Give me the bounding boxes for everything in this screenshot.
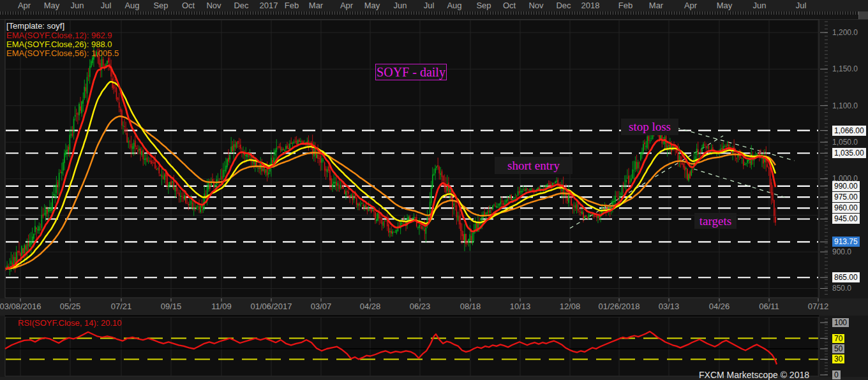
price-axis-label: 850.0 xyxy=(832,284,851,293)
date-axis-label: 05/25 xyxy=(60,302,81,311)
date-axis-label: 04/26 xyxy=(709,302,730,311)
price-axis-label: 900.0 xyxy=(832,247,851,256)
date-axis-label: 04/28 xyxy=(360,302,381,311)
month-label: Feb xyxy=(285,1,299,10)
month-label: Jun xyxy=(394,1,407,10)
price-level-tag: 1,066.00 xyxy=(832,126,866,136)
month-label: Mar xyxy=(309,1,323,10)
month-label: Aug xyxy=(447,1,461,10)
price-level-tag: 990.00 xyxy=(832,181,860,191)
timeline-months-bar[interactable]: AprMayJunJulAugSepOctNovDec2017FebMarApr… xyxy=(0,0,868,11)
month-label: Oct xyxy=(503,1,516,10)
watermark: FXCM Marketscope © 2018 xyxy=(699,370,809,380)
rsi-indicator-label: RSI(SOYF.Close, 14): 20.10 xyxy=(18,318,122,328)
month-label: Dec xyxy=(556,1,571,10)
month-label: May xyxy=(717,1,733,10)
date-axis-label: 06/23 xyxy=(410,302,431,311)
date-axis-label: 03/13 xyxy=(659,302,680,311)
month-label: Jul xyxy=(101,1,112,10)
ema-label: EMA(SOYF.Close,26): 988.0 xyxy=(6,40,112,49)
month-label: Sep xyxy=(476,1,491,10)
rsi-axis-tag: 50 xyxy=(832,344,844,353)
chart-title: SOYF - daily xyxy=(377,65,445,79)
price-level-tag: 945.00 xyxy=(832,214,860,224)
date-axis-label: 07/12 xyxy=(808,302,829,311)
month-label: Oct xyxy=(182,1,195,10)
date-axis-label: 09/15 xyxy=(161,302,182,311)
pane-backgrounds xyxy=(0,0,868,380)
rsi-axis-tag: 70 xyxy=(832,334,844,343)
annotation-targets[interactable]: targets xyxy=(694,213,737,229)
date-axis-label: 03/07 xyxy=(311,302,332,311)
ema-label: EMA(SOYF.Close,56): 1,005.5 xyxy=(6,48,119,58)
date-axis-label: 03/08/2016 xyxy=(0,302,41,311)
month-label: Nov xyxy=(528,1,543,10)
date-axis-label: 11/09 xyxy=(211,302,232,311)
month-label: 2017 xyxy=(260,1,278,10)
month-label: Jun xyxy=(71,1,84,10)
price-axis-label: 1,150.0 xyxy=(832,64,858,73)
price-axis-label: 1,100.0 xyxy=(832,101,858,110)
date-axis-label: 06/11 xyxy=(759,302,779,311)
month-label: Jul xyxy=(424,1,435,10)
month-label: 2018 xyxy=(581,1,600,10)
month-label: Nov xyxy=(206,1,221,10)
rsi-axis-tag: 100 xyxy=(832,318,849,327)
template-label: [Template: soyf] xyxy=(6,21,64,31)
month-label: Feb xyxy=(618,1,632,10)
date-axis-label: 01/26/2018 xyxy=(598,302,640,311)
date-axis-label: 01/06/2017 xyxy=(250,302,292,311)
month-label: Aug xyxy=(124,1,139,10)
rsi-axis-tag: 0 xyxy=(832,370,841,379)
date-axis-label: 07/21 xyxy=(111,302,132,311)
chart-window: AprMayJunJulAugSepOctNovDec2017FebMarApr… xyxy=(0,0,868,380)
scrollbar-cap[interactable] xyxy=(858,11,868,19)
chart-title-box[interactable]: SOYF - daily xyxy=(375,64,447,80)
month-label: Jun xyxy=(753,1,767,10)
chart-canvas[interactable] xyxy=(0,0,868,380)
month-label: May xyxy=(364,1,380,10)
date-axis-label: 08/18 xyxy=(460,302,481,311)
price-level-tag: 960.00 xyxy=(832,203,860,213)
timeline-ruler[interactable] xyxy=(0,11,868,19)
current-price-tag: 913.75 xyxy=(832,237,860,247)
month-label: Sep xyxy=(153,1,168,10)
month-label: Jul xyxy=(796,1,807,10)
annotation-stop-loss[interactable]: stop loss xyxy=(621,119,678,135)
price-level-tag: 1,035.00 xyxy=(832,148,866,158)
month-label: Apr xyxy=(684,1,697,10)
date-axis-label: 10/13 xyxy=(510,302,531,311)
date-axis-label: 12/08 xyxy=(560,302,581,311)
month-label: Mar xyxy=(649,1,663,10)
price-level-tag: 975.00 xyxy=(832,192,860,202)
month-label: May xyxy=(44,1,60,10)
month-label: Apr xyxy=(340,1,353,10)
ema-label: EMA(SOYF.Close,12): 962.9 xyxy=(6,31,112,40)
rsi-axis-tag: 30 xyxy=(832,354,844,363)
month-label: Dec xyxy=(234,1,248,10)
price-level-tag: 865.00 xyxy=(832,272,860,282)
month-label: Apr xyxy=(18,1,31,10)
price-axis-label: 1,050.0 xyxy=(832,138,858,147)
price-axis-label: 1,200.0 xyxy=(832,28,858,37)
annotation-short-entry[interactable]: short entry xyxy=(495,157,572,174)
